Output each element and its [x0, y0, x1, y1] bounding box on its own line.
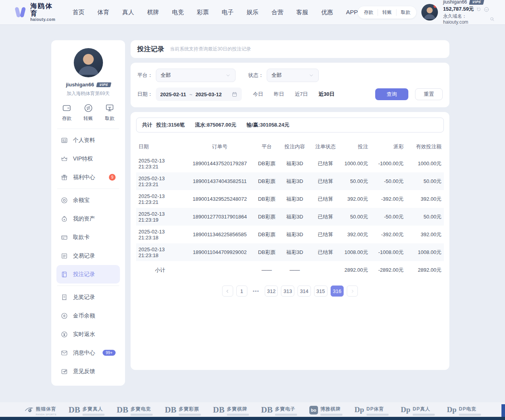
col-status: 注单状态 — [311, 139, 340, 155]
sidebar-item-rebate[interactable]: 实时返水 — [56, 325, 120, 343]
messages-badge: 99+ — [103, 350, 116, 356]
sidebar-item-welfare[interactable]: 福利中心 9 — [56, 168, 120, 187]
cell-valid: 50.00元 — [406, 208, 444, 226]
range-today[interactable]: 今日 — [253, 91, 263, 98]
chevron-left-icon — [225, 289, 230, 294]
nav-board-games[interactable]: 棋牌 — [147, 9, 159, 16]
sidebar-item-yuebao[interactable]: 余额宝 — [56, 191, 120, 209]
partner-subtitle-bar — [459, 414, 481, 416]
bank-card-icon — [61, 234, 68, 241]
partner-name: DP真人 — [413, 406, 435, 413]
nav-live[interactable]: 真人 — [122, 9, 134, 16]
sidebar-item-vip[interactable]: VIP特权 — [56, 149, 120, 168]
sidebar-item-withdraw-card[interactable]: 取款卡 — [56, 228, 120, 246]
refresh-balance-icon[interactable] — [476, 7, 481, 12]
range-7days[interactable]: 近7日 — [295, 91, 308, 98]
pagination-page-312[interactable]: 312 — [265, 286, 278, 297]
pagination-page-314[interactable]: 314 — [297, 286, 311, 297]
coin-icon — [61, 197, 68, 204]
db-logo-icon: DB — [69, 406, 80, 414]
deposit-button[interactable]: 存款 — [359, 9, 378, 16]
db-logo-icon: DB — [165, 406, 176, 414]
cell-content: 福彩3D — [278, 190, 311, 208]
sidebar-item-label: 我的资产 — [73, 215, 95, 222]
cell-status: 已结算 — [311, 243, 340, 261]
cell-bet: 392.00元 — [340, 226, 370, 243]
cell-bet: 1000.00元 — [340, 155, 370, 172]
crown-icon — [61, 155, 68, 162]
cell-platform: DB彩票 — [255, 155, 278, 172]
withdraw-button[interactable]: 取款 — [396, 9, 415, 16]
sidebar-item-redeem[interactable]: 兑奖记录 — [56, 288, 120, 306]
scrollbar-thumb[interactable] — [501, 404, 505, 418]
nav-entertainment[interactable]: 娱乐 — [247, 9, 258, 16]
top-right-cluster: 存款 转账 取款 jiushigan66 VIP5 152,787.59元 — [358, 0, 495, 25]
pagination-page-313[interactable]: 313 — [281, 286, 294, 297]
cell-order: 1890014329525248072 — [184, 190, 255, 208]
status-select-value: 全部 — [271, 72, 282, 79]
filter-card: 平台： 全部 状态： 全部 日期： 2025-02 — [131, 63, 449, 107]
profile-avatar — [74, 48, 103, 77]
transfer-button[interactable]: 转账 — [378, 9, 396, 16]
nav-support[interactable]: 客服 — [296, 9, 308, 16]
sidebar-transfer-button[interactable]: 转账 — [84, 103, 93, 122]
nav-promo[interactable]: 优惠 — [321, 9, 333, 16]
range-30days[interactable]: 近30日 — [318, 91, 334, 98]
partner-subtitle-bar — [82, 414, 105, 416]
partner-dp-sports: Dp DP体育 — [355, 406, 389, 416]
nav-slots[interactable]: 电子 — [222, 9, 234, 16]
sidebar-item-feedback[interactable]: 意见反馈 — [56, 362, 120, 381]
reset-button[interactable]: 重置 — [415, 88, 443, 100]
pagination-page-316-active[interactable]: 316 — [331, 286, 344, 297]
range-yesterday[interactable]: 昨日 — [274, 91, 284, 98]
table-header-row: 日期 订单号 平台 投注内容 注单状态 投注 派彩 有效投注额 — [136, 139, 444, 155]
profile-block: jiushigan66 VIP5 加入海鸥体育第69天 — [56, 48, 120, 97]
nav-lottery[interactable]: 彩票 — [197, 9, 209, 16]
search-icon[interactable] — [490, 17, 495, 22]
partner-name: 多寶棋牌 — [227, 406, 249, 413]
partner-db-live: DB 多寶真人 — [69, 406, 105, 416]
transfer-icon — [84, 103, 93, 113]
pagination-page-315[interactable]: 315 — [314, 286, 327, 297]
sidebar-item-messages[interactable]: 消息中心 99+ — [56, 343, 120, 362]
nav-sports[interactable]: 体育 — [97, 9, 109, 16]
date-range-input[interactable]: 2025-02-11 ~ 2025-03-12 — [156, 88, 242, 101]
sidebar-item-label: 个人资料 — [73, 137, 95, 144]
platform-select[interactable]: 全部 — [156, 69, 236, 82]
sidebar-item-label: VIP特权 — [73, 155, 93, 162]
pagination-next-button[interactable] — [347, 286, 358, 297]
sidebar-item-bet-records[interactable]: 投注记录 — [56, 265, 120, 284]
sidebar-item-profile[interactable]: 个人资料 — [56, 131, 120, 149]
table-row: 2025-02-13 21:23:19 1890012770317901864 … — [136, 208, 444, 226]
content-layout: jiushigan66 VIP5 加入海鸥体育第69天 存款 转账 — [0, 24, 505, 386]
search-button[interactable]: 查询 — [375, 88, 408, 100]
nav-home[interactable]: 首页 — [73, 9, 84, 16]
sidebar-item-assets[interactable]: 我的资产 — [56, 209, 120, 228]
records-card: 共计 投注:3156笔 流水:875067.00元 输/赢:301058.24元… — [131, 112, 449, 370]
nav-app[interactable]: APP — [346, 9, 358, 16]
sidebar-item-label: 交易记录 — [73, 252, 95, 259]
col-bet: 投注 — [340, 139, 370, 155]
sidebar-withdraw-button[interactable]: 取款 — [105, 103, 114, 122]
chevron-right-icon — [350, 289, 355, 294]
logo[interactable]: 海鸥体育 haiouty.com — [13, 3, 59, 22]
partner-subtitle-bar — [131, 414, 153, 416]
partner-subtitle-bar — [275, 414, 297, 416]
pagination-page-1[interactable]: 1 — [236, 286, 247, 297]
cell-order: 1890014374043582511 — [184, 172, 255, 190]
nav-affiliate[interactable]: 合营 — [271, 9, 283, 16]
status-select[interactable]: 全部 — [267, 69, 319, 82]
partner-db-lottery: DB 多寶彩票 — [165, 406, 201, 416]
bet-records-icon — [61, 271, 68, 278]
cell-content: 福彩3D — [278, 208, 311, 226]
sidebar-deposit-button[interactable]: 存款 — [62, 103, 71, 122]
date-to-value: 2025-03-12 — [195, 91, 222, 97]
pagination-prev-button[interactable] — [222, 286, 233, 297]
cell-content: 福彩3D — [278, 243, 311, 261]
nav-esports[interactable]: 电竞 — [172, 9, 184, 16]
user-avatar[interactable] — [421, 4, 438, 21]
sidebar-item-transactions[interactable]: 交易记录 — [56, 246, 120, 265]
chevron-down-circle-icon[interactable] — [484, 7, 489, 12]
divider — [57, 286, 119, 286]
sidebar-item-gold-balance[interactable]: 金币余额 — [56, 306, 120, 325]
